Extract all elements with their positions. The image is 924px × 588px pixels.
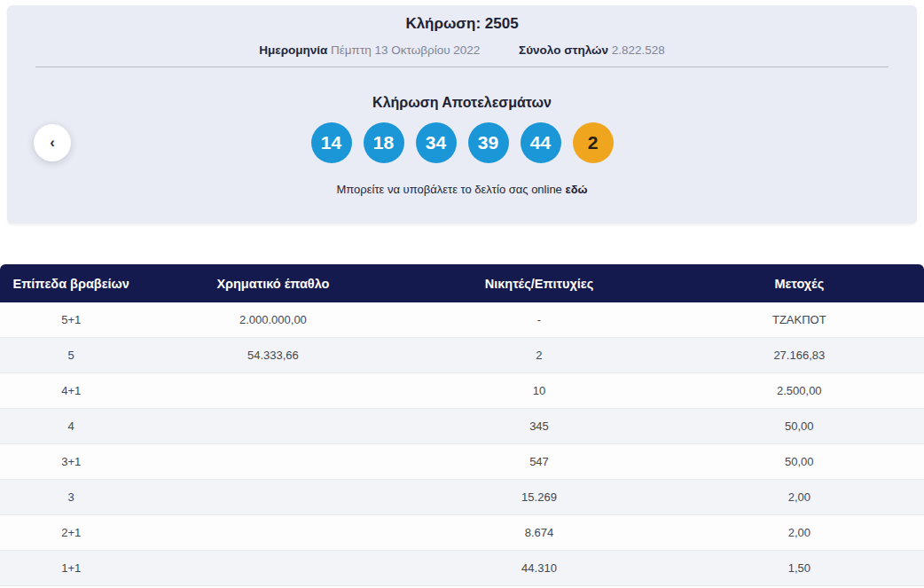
cell-shares: 2.500,00 <box>675 373 924 409</box>
carousel-prev-button[interactable]: ‹ <box>34 124 71 161</box>
column-header-prize: Χρηματικό έπαθλο <box>142 264 403 302</box>
draw-date-value: Πέμπτη 13 Οκτωβρίου 2022 <box>331 43 480 57</box>
draw-title: Κλήρωση: 2505 <box>7 14 917 34</box>
cell-level: 1+1 <box>0 551 142 586</box>
cell-prize: 54.333,66 <box>142 338 403 373</box>
table-row: 5+1 2.000.000,00 - ΤΖΑΚΠΟΤ <box>0 302 924 338</box>
cell-prize <box>142 373 403 409</box>
draw-summary-card: Κλήρωση: 2505 Ημερομηνία Πέμπτη 13 Οκτωβ… <box>7 5 917 223</box>
draw-date: Ημερομηνία Πέμπτη 13 Οκτωβρίου 2022 <box>259 43 480 59</box>
header-row: Επίπεδα βραβείων Χρηματικό έπαθλο Νικητέ… <box>0 264 924 302</box>
cell-level: 4 <box>0 409 142 444</box>
draw-meta: Ημερομηνία Πέμπτη 13 Οκτωβρίου 2022 Σύνο… <box>7 43 917 59</box>
prizes-table-body: 5+1 2.000.000,00 - ΤΖΑΚΠΟΤ 5 54.333,66 2… <box>0 302 924 586</box>
table-row: 4 345 50,00 <box>0 409 924 444</box>
ball-number-3: 34 <box>416 122 457 163</box>
cell-winners: 2 <box>403 338 674 373</box>
table-row: 2+1 8.674 2,00 <box>0 515 924 551</box>
total-columns-label: Σύνολο στηλών <box>519 43 608 57</box>
total-columns: Σύνολο στηλών 2.822.528 <box>519 43 665 59</box>
card-divider <box>35 67 889 67</box>
cell-prize <box>142 515 403 551</box>
cell-prize: 2.000.000,00 <box>142 302 403 338</box>
cell-shares: 2,00 <box>675 480 924 515</box>
table-row: 1+1 44.310 1,50 <box>0 551 924 586</box>
cell-shares: ΤΖΑΚΠΟΤ <box>675 302 924 338</box>
cell-winners: 44.310 <box>403 551 674 586</box>
prizes-table-wrap: Επίπεδα βραβείων Χρηματικό έπαθλο Νικητέ… <box>0 264 924 586</box>
cell-shares: 27.166,83 <box>675 338 924 373</box>
cell-level: 5+1 <box>0 302 142 338</box>
ball-number-1: 14 <box>311 122 352 163</box>
cell-winners: 8.674 <box>403 515 674 551</box>
cell-shares: 50,00 <box>675 444 924 480</box>
cell-shares: 50,00 <box>675 409 924 444</box>
cell-level: 5 <box>0 338 142 373</box>
cell-winners: 345 <box>403 409 674 444</box>
column-header-winners: Νικητές/Επιτυχίες <box>403 264 674 302</box>
cell-prize <box>142 409 403 444</box>
prizes-table-header: Επίπεδα βραβείων Χρηματικό έπαθλο Νικητέ… <box>0 264 924 302</box>
cell-winners: 15.269 <box>403 480 674 515</box>
submit-note-link[interactable]: εδώ <box>565 183 587 196</box>
winning-numbers: 14 18 34 39 44 2 <box>7 122 917 163</box>
cell-winners: - <box>403 302 674 338</box>
ball-bonus: 2 <box>573 122 614 163</box>
cell-winners: 10 <box>403 373 674 409</box>
cell-prize <box>142 551 403 586</box>
results-title: Κλήρωση Αποτελεσμάτων <box>7 94 917 112</box>
cell-prize <box>142 444 403 480</box>
draw-title-label: Κλήρωση: <box>405 15 481 32</box>
table-row: 4+1 10 2.500,00 <box>0 373 924 409</box>
draw-number: 2505 <box>485 15 519 32</box>
draw-date-label: Ημερομηνία <box>259 43 327 57</box>
cell-level: 3+1 <box>0 444 142 480</box>
column-header-levels: Επίπεδα βραβείων <box>0 264 142 302</box>
total-columns-value: 2.822.528 <box>612 43 665 57</box>
ball-number-5: 44 <box>521 122 561 163</box>
submit-note-text: Μπορείτε να υποβάλετε το δελτίο σας onli… <box>336 183 561 196</box>
chevron-left-icon: ‹ <box>50 135 55 150</box>
column-header-shares: Μετοχές <box>675 264 924 302</box>
cell-prize <box>142 480 403 515</box>
ball-number-2: 18 <box>364 122 404 163</box>
prizes-table: Επίπεδα βραβείων Χρηματικό έπαθλο Νικητέ… <box>0 264 924 586</box>
table-row: 3 15.269 2,00 <box>0 480 924 515</box>
table-row: 3+1 547 50,00 <box>0 444 924 480</box>
cell-winners: 547 <box>403 444 674 480</box>
cell-shares: 2,00 <box>675 515 924 551</box>
cell-level: 4+1 <box>0 373 142 409</box>
ball-number-4: 39 <box>468 122 509 163</box>
lottery-results-page: Κλήρωση: 2505 Ημερομηνία Πέμπτη 13 Οκτωβ… <box>0 0 924 588</box>
cell-level: 2+1 <box>0 515 142 551</box>
submit-note: Μπορείτε να υποβάλετε το δελτίο σας onli… <box>7 183 917 197</box>
cell-shares: 1,50 <box>675 551 924 586</box>
table-row: 5 54.333,66 2 27.166,83 <box>0 338 924 373</box>
cell-level: 3 <box>0 480 142 515</box>
